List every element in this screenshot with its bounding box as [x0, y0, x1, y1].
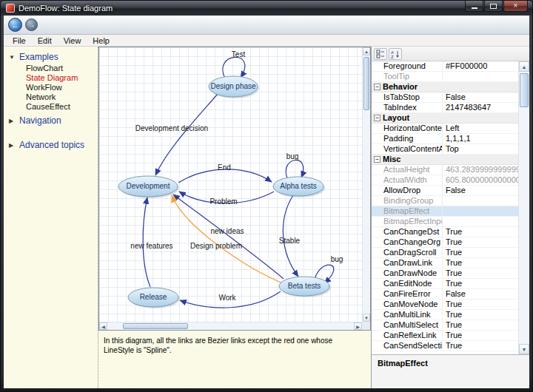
menu-help[interactable]: Help — [87, 36, 115, 46]
property-value[interactable]: #FF000000 — [443, 61, 518, 71]
chevron-down-icon[interactable]: ▼ — [9, 54, 16, 61]
property-row-horizontalcontental[interactable]: HorizontalContentAlLeft — [372, 124, 518, 134]
property-category-misc[interactable]: −Misc — [372, 155, 518, 165]
property-value[interactable] — [443, 196, 518, 206]
property-grid-scrollbar[interactable]: ▲ ▼ — [518, 61, 529, 354]
property-value[interactable] — [443, 206, 518, 216]
sidebar-item-causeeffect[interactable]: CauseEffect — [26, 102, 98, 112]
property-value[interactable]: True — [443, 320, 518, 330]
property-row-actualheight[interactable]: ActualHeight463.28399999999993 — [372, 165, 518, 175]
property-value[interactable] — [443, 217, 518, 226]
link-bug-alpha[interactable] — [286, 160, 304, 178]
property-row-bindinggroup[interactable]: BindingGroup — [372, 196, 518, 206]
close-button[interactable]: × — [503, 1, 528, 12]
property-row-actualwidth[interactable]: ActualWidth605.80000000000007 — [372, 175, 518, 186]
property-row-canmultiselect[interactable]: CanMultiSelectTrue — [372, 320, 518, 331]
property-value[interactable]: True — [443, 279, 518, 288]
property-row-candrawnode[interactable]: CanDrawNodeTrue — [372, 268, 518, 279]
property-row-caneditnode[interactable]: CanEditNodeTrue — [372, 279, 518, 289]
property-value[interactable]: True — [443, 237, 518, 247]
property-row-candragscroll[interactable]: CanDragScrollTrue — [372, 248, 518, 258]
link-stable[interactable] — [283, 195, 298, 277]
menu-file[interactable]: File — [7, 36, 32, 46]
property-value[interactable]: True — [443, 268, 518, 278]
menu-view[interactable]: View — [58, 36, 87, 46]
app-icon[interactable] — [6, 4, 15, 13]
sidebar-item-workflow[interactable]: WorkFlow — [26, 83, 98, 92]
link-test[interactable] — [223, 57, 245, 78]
property-value[interactable]: False — [443, 289, 518, 299]
property-row-candrawlink[interactable]: CanDrawLinkTrue — [372, 258, 518, 268]
sidebar-item-state-diagram[interactable]: State Diagram — [26, 73, 98, 83]
property-row-istabstop[interactable]: IsTabStopFalse — [372, 92, 518, 103]
property-category-behavior[interactable]: −Behavior — [372, 82, 518, 92]
minimize-button[interactable] — [465, 1, 483, 12]
property-row-tabindex[interactable]: TabIndex2147483647 — [372, 103, 518, 113]
property-value[interactable]: 605.80000000000007 — [443, 175, 518, 185]
property-value[interactable]: Left — [443, 124, 518, 133]
property-value[interactable]: True — [443, 310, 518, 320]
property-value[interactable]: True — [443, 331, 518, 340]
property-value[interactable]: Top — [443, 144, 518, 154]
collapse-icon[interactable]: − — [374, 84, 381, 90]
collapse-icon[interactable]: − — [374, 115, 381, 121]
property-value[interactable]: True — [443, 300, 518, 309]
property-value[interactable]: False — [443, 186, 518, 195]
property-row-tooltip[interactable]: ToolTip — [372, 72, 518, 82]
link-design-problem[interactable] — [172, 195, 286, 285]
sort-alphabetical-button[interactable]: A Z — [389, 48, 402, 60]
property-row-canchangedst[interactable]: CanChangeDstTrue — [372, 227, 518, 237]
vertical-scrollbar-thumb[interactable] — [363, 57, 369, 110]
scroll-left-button[interactable]: ◀ — [99, 322, 107, 330]
maximize-button[interactable] — [484, 1, 503, 12]
property-value[interactable]: True — [443, 248, 518, 257]
scroll-up-button[interactable]: ▲ — [363, 47, 370, 55]
scroll-down-button[interactable]: ▼ — [519, 344, 529, 354]
property-value[interactable] — [443, 72, 518, 81]
forward-button[interactable]: → — [25, 18, 38, 31]
property-value[interactable]: 463.28399999999993 — [443, 165, 518, 175]
property-row-verticalcontentalig[interactable]: VerticalContentAligTop — [372, 144, 518, 155]
sidebar-item-network[interactable]: Network — [26, 92, 98, 102]
collapse-icon[interactable]: − — [374, 156, 381, 163]
canvas-vertical-scrollbar[interactable]: ▲ ▼ — [362, 47, 370, 322]
sidebar-section-advanced-topics[interactable]: ▶ Advanced topics — [4, 139, 98, 151]
scroll-right-button[interactable]: ▶ — [354, 322, 362, 330]
property-row-canfireerror[interactable]: CanFireErrorFalse — [372, 289, 518, 300]
property-value[interactable]: True — [443, 341, 518, 351]
chevron-right-icon[interactable]: ▶ — [9, 118, 16, 124]
state-diagram-svg[interactable]: Design phase Development Alpha tests Bet… — [99, 47, 363, 322]
titlebar[interactable]: DemoFlow: State diagram × — [1, 1, 532, 16]
scroll-down-button[interactable]: ▼ — [363, 314, 370, 322]
chevron-right-icon[interactable]: ▶ — [9, 142, 16, 149]
property-row-bitmapeffectinput[interactable]: BitmapEffectInput — [372, 217, 518, 227]
property-value[interactable]: 1,1,1,1 — [443, 134, 518, 143]
link-development-decision[interactable] — [155, 94, 218, 175]
property-row-canmultilink[interactable]: CanMultiLinkTrue — [372, 310, 518, 320]
property-value[interactable]: True — [443, 258, 518, 268]
property-category-layout[interactable]: −Layout — [372, 113, 518, 124]
property-row-bitmapeffect[interactable]: BitmapEffect — [372, 206, 518, 217]
property-row-allowdrop[interactable]: AllowDropFalse — [372, 186, 518, 196]
diagram-canvas[interactable]: Design phase Development Alpha tests Bet… — [98, 47, 371, 331]
property-row-canchangeorg[interactable]: CanChangeOrgTrue — [372, 237, 518, 248]
categorized-view-button[interactable] — [374, 48, 387, 60]
back-button[interactable]: ← — [8, 18, 22, 32]
sidebar-section-navigation[interactable]: ▶ Navigation — [4, 115, 98, 126]
property-value[interactable]: False — [443, 92, 518, 102]
scrollbar-thumb[interactable] — [520, 73, 529, 107]
property-row-canreflexlink[interactable]: CanReflexLinkTrue — [372, 331, 518, 341]
scroll-up-button[interactable]: ▲ — [519, 61, 529, 72]
menu-edit[interactable]: Edit — [32, 36, 58, 46]
property-value[interactable]: 2147483647 — [443, 103, 518, 112]
property-row-padding[interactable]: Padding1,1,1,1 — [372, 134, 518, 144]
property-value[interactable]: True — [443, 227, 518, 237]
property-row-foreground[interactable]: Foreground#FF000000 — [372, 61, 518, 72]
property-row-canmovenode[interactable]: CanMoveNodeTrue — [372, 300, 518, 310]
property-row-cansendselectionc[interactable]: CanSendSelectionCTrue — [372, 341, 518, 351]
sidebar-item-flowchart[interactable]: FlowChart — [26, 64, 98, 73]
canvas-horizontal-scrollbar[interactable]: ◀ ▶ — [99, 322, 362, 330]
horizontal-scrollbar-thumb[interactable] — [123, 323, 188, 329]
link-new-ideas[interactable] — [173, 195, 284, 279]
sidebar-section-examples[interactable]: ▼ Examples — [4, 51, 98, 63]
